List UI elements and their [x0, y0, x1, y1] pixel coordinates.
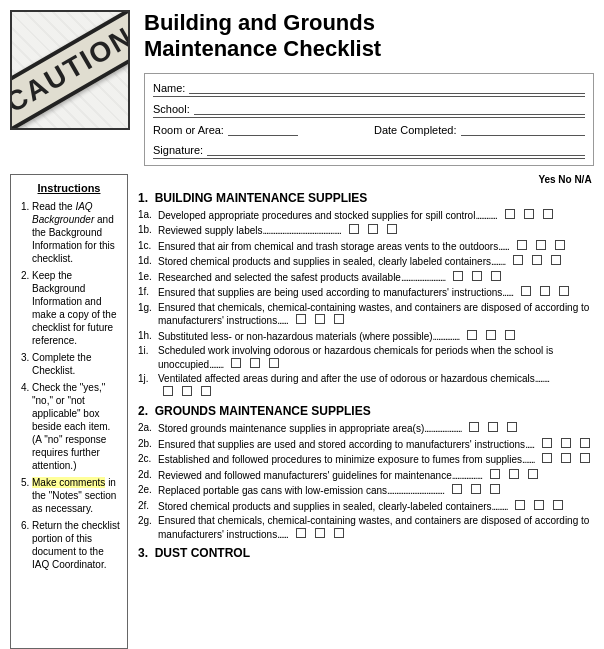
checkbox-1c-na[interactable] — [555, 240, 565, 250]
checkbox-1e-yes[interactable] — [453, 271, 463, 281]
checkbox-1b-no[interactable] — [368, 224, 378, 234]
checkbox-1i-na[interactable] — [269, 358, 279, 368]
checkbox-2g-na[interactable] — [334, 528, 344, 538]
checkbox-1h-na[interactable] — [505, 330, 515, 340]
form-fields: Name: School: Room or Area: Date Complet… — [144, 73, 594, 166]
checkbox-2a-na[interactable] — [507, 422, 517, 432]
sidebar-item-6: Return the checklist portion of this doc… — [32, 519, 120, 571]
checkbox-1d-na[interactable] — [551, 255, 561, 265]
checkbox-1i-no[interactable] — [250, 358, 260, 368]
checkbox-1e-na[interactable] — [491, 271, 501, 281]
checkbox-2f-yes[interactable] — [515, 500, 525, 510]
item-1j: 1j. Ventilated affected areas during and… — [138, 373, 594, 399]
item-1i: 1i. Scheduled work involving odorous or … — [138, 345, 594, 371]
checkbox-2c-no[interactable] — [561, 453, 571, 463]
signature-row: Signature: — [153, 142, 585, 159]
school-line — [194, 101, 585, 115]
sidebar: Instructions Read the IAQ Backgrounder a… — [10, 174, 128, 649]
item-1h: 1h. Substituted less- or non-hazardous m… — [138, 330, 594, 344]
item-2c: 2c. Established and followed procedures … — [138, 453, 594, 467]
checkbox-2e-no[interactable] — [471, 484, 481, 494]
sidebar-item-3: Complete the Checklist. — [32, 351, 120, 377]
item-1e: 1e. Researched and selected the safest p… — [138, 271, 594, 285]
signature-label: Signature: — [153, 144, 203, 156]
top-section: CAUTION Building and Grounds Maintenance… — [0, 0, 604, 166]
checkbox-2b-no[interactable] — [561, 438, 571, 448]
item-2e: 2e. Replaced portable gas cans with low-… — [138, 484, 594, 498]
room-date-row: Room or Area: Date Completed: — [153, 122, 585, 138]
checkbox-2e-na[interactable] — [490, 484, 500, 494]
checkbox-1h-yes[interactable] — [467, 330, 477, 340]
item-2f: 2f. Stored chemical products and supplie… — [138, 500, 594, 514]
school-label: School: — [153, 103, 190, 115]
title-section: Building and Grounds Maintenance Checkli… — [144, 10, 594, 166]
checkbox-1d-no[interactable] — [532, 255, 542, 265]
item-1f: 1f. Ensured that supplies are being used… — [138, 286, 594, 300]
checkbox-2b-yes[interactable] — [542, 438, 552, 448]
checkbox-1a-no[interactable] — [524, 209, 534, 219]
item-1g: 1g. Ensured that chemicals, chemical-con… — [138, 302, 594, 328]
page: CAUTION Building and Grounds Maintenance… — [0, 0, 604, 649]
item-1c: 1c. Ensured that air from chemical and t… — [138, 240, 594, 254]
checkbox-1a-na[interactable] — [543, 209, 553, 219]
sidebar-item-2: Keep the Background Information and make… — [32, 269, 120, 347]
checkbox-1e-no[interactable] — [472, 271, 482, 281]
checkbox-1f-na[interactable] — [559, 286, 569, 296]
checkbox-1d-yes[interactable] — [513, 255, 523, 265]
checkbox-2a-no[interactable] — [488, 422, 498, 432]
title-line2: Maintenance Checklist — [144, 36, 381, 61]
checkbox-2f-no[interactable] — [534, 500, 544, 510]
checkbox-1g-yes[interactable] — [296, 314, 306, 324]
checkbox-2d-yes[interactable] — [490, 469, 500, 479]
item-1a: 1a. Developed appropriate procedures and… — [138, 209, 594, 223]
checkbox-1b-yes[interactable] — [349, 224, 359, 234]
col-no: No — [556, 174, 574, 185]
checkbox-1j-yes[interactable] — [163, 386, 173, 396]
checkbox-1c-no[interactable] — [536, 240, 546, 250]
checkbox-2g-no[interactable] — [315, 528, 325, 538]
room-label: Room or Area: — [153, 124, 224, 136]
col-na: N/A — [574, 174, 592, 185]
checkbox-2b-na[interactable] — [580, 438, 590, 448]
checkbox-2a-yes[interactable] — [469, 422, 479, 432]
checkbox-2f-na[interactable] — [553, 500, 563, 510]
sidebar-title: Instructions — [18, 181, 120, 195]
title-line1: Building and Grounds — [144, 10, 375, 35]
date-item: Date Completed: — [374, 122, 585, 136]
room-item: Room or Area: — [153, 122, 364, 136]
sidebar-item-4: Check the "yes," "no," or "not applicabl… — [32, 381, 120, 472]
sidebar-list: Read the IAQ Backgrounder and the Backgr… — [18, 200, 120, 571]
checkbox-2g-yes[interactable] — [296, 528, 306, 538]
checkbox-1h-no[interactable] — [486, 330, 496, 340]
date-label: Date Completed: — [374, 124, 457, 136]
name-label: Name: — [153, 82, 185, 94]
section-1-header: 1. BUILDING MAINTENANCE SUPPLIES — [138, 191, 594, 205]
checkbox-1f-no[interactable] — [540, 286, 550, 296]
checkbox-1b-na[interactable] — [387, 224, 397, 234]
checkbox-2c-na[interactable] — [580, 453, 590, 463]
item-2g: 2g. Ensured that chemicals, chemical-con… — [138, 515, 594, 541]
room-line — [228, 122, 298, 136]
checkbox-2c-yes[interactable] — [542, 453, 552, 463]
main-content: Yes No N/A 1. BUILDING MAINTENANCE SUPPL… — [138, 174, 594, 649]
checkbox-1j-no[interactable] — [182, 386, 192, 396]
col-yes: Yes — [538, 174, 556, 185]
item-1b: 1b. Reviewed supply labels..............… — [138, 224, 594, 238]
caution-image: CAUTION — [10, 10, 130, 130]
checkbox-1g-na[interactable] — [334, 314, 344, 324]
checkbox-1i-yes[interactable] — [231, 358, 241, 368]
checkbox-2d-no[interactable] — [509, 469, 519, 479]
content-area: Instructions Read the IAQ Backgrounder a… — [0, 166, 604, 649]
checkbox-1a-yes[interactable] — [505, 209, 515, 219]
checkbox-1g-no[interactable] — [315, 314, 325, 324]
checkbox-2d-na[interactable] — [528, 469, 538, 479]
sidebar-item-1: Read the IAQ Backgrounder and the Backgr… — [32, 200, 120, 265]
checkbox-2e-yes[interactable] — [452, 484, 462, 494]
checkbox-1j-na[interactable] — [201, 386, 211, 396]
checkbox-1f-yes[interactable] — [521, 286, 531, 296]
signature-line — [207, 142, 585, 156]
section-2-header: 2. GROUNDS MAINTENANCE SUPPLIES — [138, 404, 594, 418]
item-1d: 1d. Stored chemical products and supplie… — [138, 255, 594, 269]
school-row: School: — [153, 101, 585, 118]
checkbox-1c-yes[interactable] — [517, 240, 527, 250]
